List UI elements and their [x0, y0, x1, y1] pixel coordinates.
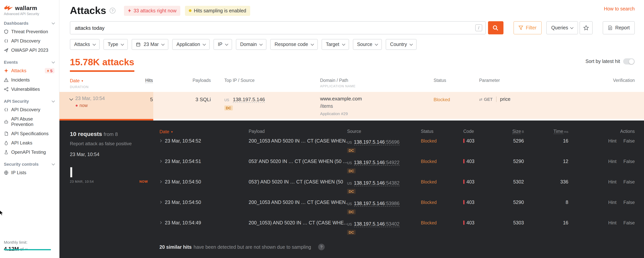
- filter-button[interactable]: Filter: [514, 21, 542, 34]
- filter-chip-response-code[interactable]: Response code: [270, 39, 318, 50]
- results-header: 15.78K attacks Sort by latest hit: [70, 57, 635, 72]
- hits-col-date[interactable]: Date ▼: [160, 129, 249, 134]
- false-link[interactable]: False: [623, 138, 635, 144]
- wallarm-logo[interactable]: wallarm: [0, 0, 59, 11]
- filter-chip-type[interactable]: Type: [104, 39, 128, 50]
- report-button[interactable]: Report: [603, 21, 635, 34]
- hint-link[interactable]: Hint: [608, 138, 616, 144]
- attack-domain-cell: www.example.com /items Application #29: [320, 96, 434, 116]
- filter-chip-source[interactable]: Source: [353, 39, 382, 50]
- hint-link[interactable]: Hint: [608, 179, 616, 184]
- date-header-label: Date: [70, 78, 80, 84]
- false-link[interactable]: False: [623, 200, 635, 205]
- attack-ip[interactable]: 138.197.5.146: [233, 96, 265, 103]
- hint-link[interactable]: Hint: [608, 159, 616, 164]
- hit-date: 23 Mar, 10:54:52: [165, 138, 201, 144]
- sidebar-section-dashboards[interactable]: Dashboards: [0, 16, 59, 27]
- filter-chip-domain[interactable]: Domain: [236, 39, 266, 50]
- sort-toggle[interactable]: [623, 58, 635, 64]
- hit-row[interactable]: 23 Mar, 10:54:51 053' AND 5020 IN … CT (…: [160, 157, 635, 178]
- sidebar-item-threat-prevention[interactable]: Threat Prevention: [0, 27, 59, 36]
- sidebar-item-vulnerabilities[interactable]: Vulnerabilities: [0, 84, 59, 94]
- false-link[interactable]: False: [623, 179, 635, 184]
- expand-chevron-icon[interactable]: [159, 160, 162, 162]
- queries-dropdown[interactable]: Queries: [546, 21, 578, 34]
- hit-ip[interactable]: 138.197.5.146:53402: [354, 221, 400, 227]
- sidebar-item-api-abuse-prevention[interactable]: API Abuse Prevention: [0, 114, 59, 129]
- hit-ip[interactable]: 138.197.5.146:53986: [354, 201, 400, 207]
- attack-row-expanded[interactable]: 23 Mar, 10:54 now 5 3 SQLi US 138.197.5.…: [60, 92, 644, 119]
- hit-ip[interactable]: 138.197.5.146:55696: [354, 140, 400, 145]
- filter-chip-country[interactable]: Country: [386, 39, 417, 50]
- sidebar-item-openapi-testing[interactable]: OpenAPI Testing: [0, 148, 59, 157]
- hit-status: Blocked: [421, 220, 463, 225]
- col-header-hits[interactable]: Hits: [145, 78, 153, 83]
- attacks-right-now-badge[interactable]: 33 attacks right now: [124, 6, 180, 16]
- sidebar-section-api-security[interactable]: API Security: [0, 94, 59, 105]
- how-to-search-link[interactable]: How to search: [604, 6, 635, 12]
- report-false-positive-link[interactable]: Report attack as false positive: [70, 141, 132, 146]
- sidebar-item-owasp-api-2023[interactable]: OWASP API 2023: [0, 46, 59, 55]
- expand-chevron-icon[interactable]: [159, 201, 162, 204]
- expand-chevron-icon[interactable]: [159, 221, 162, 224]
- hits-col-actions: Actions: [568, 129, 635, 134]
- sidebar-item-label: OWASP API 2023: [11, 48, 48, 53]
- details-timestamp: 23 Mar, 10:54: [70, 152, 148, 157]
- attack-date-cell: 23 Mar, 10:54 now: [60, 96, 141, 108]
- false-link[interactable]: False: [623, 220, 635, 226]
- filter-chip-ip[interactable]: IP: [214, 39, 232, 50]
- filter-chip-application[interactable]: Application: [172, 39, 210, 50]
- favorite-button[interactable]: [580, 21, 593, 34]
- chevron-down-icon: [52, 60, 55, 63]
- hit-row[interactable]: 23 Mar, 10:54:49 200_1053) AND 5020 IN ……: [160, 218, 635, 239]
- search-button[interactable]: [488, 21, 504, 34]
- chevron-down-icon: [225, 42, 228, 46]
- hit-row[interactable]: 23 Mar, 10:54:52 200_1053 AND 5020 IN … …: [160, 137, 635, 157]
- details-summary: 10 requestsfrom 8 Report attack as false…: [60, 120, 160, 258]
- filter-chip-date[interactable]: 23 Mar: [132, 39, 168, 50]
- expand-chevron-icon[interactable]: [159, 180, 162, 183]
- histogram-bar: [70, 167, 72, 177]
- hit-row[interactable]: 23 Mar, 10:54:50 200_1053 AND 5020 IN … …: [160, 198, 635, 218]
- false-link[interactable]: False: [623, 159, 635, 164]
- sampling-text: have been detected but are not shown due…: [194, 244, 311, 250]
- code-severity-bar: [463, 200, 464, 204]
- limit-progress-bar: [4, 249, 51, 250]
- filter-label: Filter: [526, 25, 537, 30]
- collapse-chevron-icon[interactable]: [69, 97, 73, 100]
- hit-ip[interactable]: 138.197.5.146:54922: [354, 160, 400, 166]
- sidebar-item-api-discovery[interactable]: API Discovery: [0, 36, 59, 46]
- hit-status: Blocked: [421, 159, 463, 164]
- sidebar-item-api-specifications[interactable]: API Specifications: [0, 129, 59, 138]
- braces-icon: [4, 38, 8, 43]
- sidebar-section-events[interactable]: Events: [0, 55, 59, 66]
- col-header-top-ip: Top IP / Source: [211, 78, 320, 83]
- parameter-arrows-icon: ⇄: [479, 97, 482, 102]
- sidebar-item-attacks[interactable]: Attacks 5: [0, 66, 59, 75]
- search-input[interactable]: [70, 21, 486, 34]
- hits-col-time[interactable]: Timems: [524, 129, 568, 134]
- sidebar-section-security-controls[interactable]: Security controls: [0, 157, 59, 168]
- expand-chevron-icon[interactable]: [159, 140, 162, 142]
- filter-chip-attacks[interactable]: Attacks: [70, 39, 100, 50]
- limit-amount: 4.12M: [4, 246, 19, 252]
- country-code: US: [347, 222, 352, 226]
- attack-status: Blocked: [434, 96, 479, 102]
- sidebar-item-label: API Discovery: [11, 38, 40, 44]
- hint-link[interactable]: Hint: [608, 220, 616, 226]
- hit-ip[interactable]: 138.197.5.146:54382: [354, 180, 400, 186]
- col-header-date[interactable]: Date ▼ DURATION: [60, 78, 141, 89]
- http-method: GET: [484, 97, 493, 102]
- hits-col-size[interactable]: SizeB: [487, 129, 524, 134]
- sidebar-item-incidents[interactable]: Incidents: [0, 75, 59, 84]
- sidebar-item-api-discovery-2[interactable]: API Discovery: [0, 105, 59, 114]
- hint-link[interactable]: Hint: [608, 200, 616, 205]
- help-icon[interactable]: ?: [110, 8, 116, 14]
- filter-chip-target[interactable]: Target: [322, 39, 349, 50]
- hits-table: Date ▼ Payload Source Status Code SizeB …: [160, 120, 644, 258]
- sidebar-item-ip-lists[interactable]: IP Lists: [0, 168, 59, 177]
- hit-row[interactable]: 23 Mar, 10:54:50 053') AND 5020 IN … CT …: [160, 178, 635, 198]
- hit-source: US138.197.5.146:55696 DC: [347, 138, 421, 153]
- sidebar-item-api-leaks[interactable]: API Leaks: [0, 138, 59, 148]
- sampling-help-icon[interactable]: ?: [318, 244, 325, 250]
